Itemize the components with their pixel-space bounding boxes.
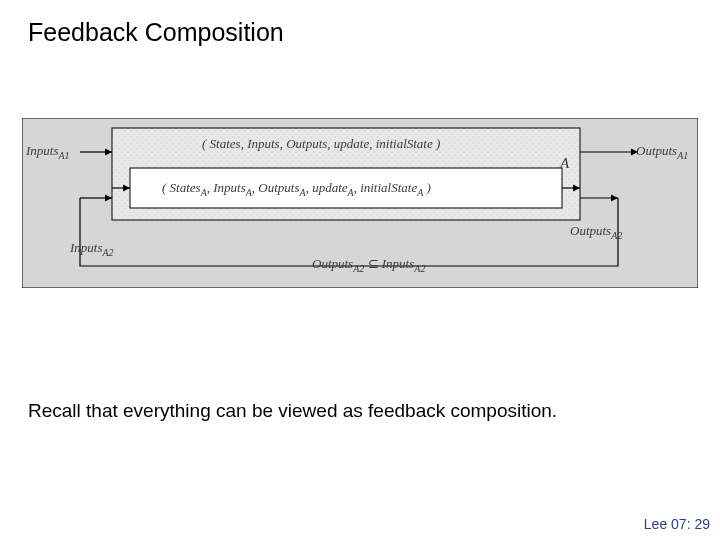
label-block-b-tuple: ( StatesA, InputsA, OutputsA, updateA, i… — [162, 180, 431, 198]
label-outputs-a2: OutputsA2 — [570, 223, 622, 241]
slide-footer: Lee 07: 29 — [644, 516, 710, 532]
label-block-a-tuple: ( States, Inputs, Outputs, update, initi… — [202, 136, 440, 152]
label-inputs-a2: InputsA2 — [70, 240, 114, 258]
slide-note: Recall that everything can be viewed as … — [28, 400, 557, 422]
label-inputs-a1: InputsA1 — [26, 143, 70, 161]
label-block-a-name: A — [560, 155, 569, 172]
slide-title: Feedback Composition — [28, 18, 284, 47]
feedback-diagram: InputsA1 OutputsA1 InputsA2 OutputsA2 Ou… — [22, 118, 698, 288]
label-outputs-a1: OutputsA1 — [636, 143, 688, 161]
slide: Feedback Composition — [0, 0, 720, 540]
label-subset-relation: OutputsA2 ⊆ InputsA2 — [312, 256, 425, 274]
